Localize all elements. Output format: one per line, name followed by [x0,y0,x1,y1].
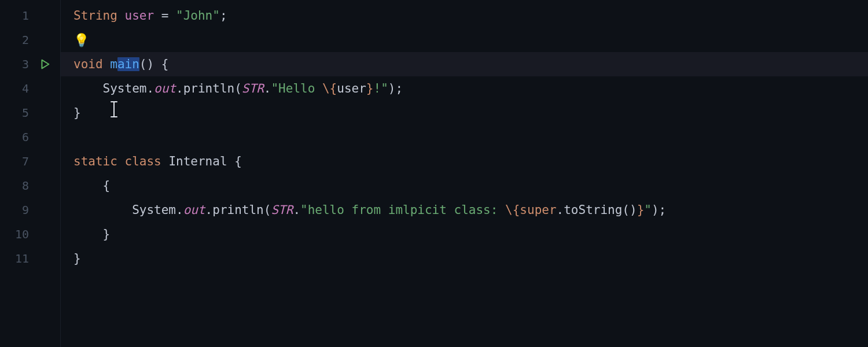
code-text: } [73,101,81,125]
code-line[interactable] [61,125,868,149]
line-number: 8 [0,179,29,193]
gutter: 1 2 3 4 5 6 [0,0,61,347]
code-text: String user = "John"; [73,3,227,28]
code-line[interactable]: 💡 [61,28,868,52]
code-line[interactable]: { [61,174,868,198]
lightbulb-icon[interactable]: 💡 [73,28,89,52]
gutter-row[interactable]: 4 [0,76,60,101]
code-line[interactable]: } [61,246,868,271]
code-text: } [73,246,81,271]
code-line[interactable]: } [61,222,868,246]
gutter-row[interactable]: 2 [0,28,60,52]
run-icon[interactable] [38,58,51,71]
gutter-row[interactable]: 8 [0,174,60,198]
code-text: { [73,174,110,198]
code-text: System.out.println(STR."Hello \{user}!")… [73,76,403,101]
code-line[interactable]: System.out.println(STR."Hello \{user}!")… [61,76,868,101]
code-text: System.out.println(STR."hello from imlpi… [73,198,666,222]
code-text: void m ain() { [73,52,168,76]
gutter-row[interactable]: 9 [0,198,60,222]
line-number: 9 [0,203,29,217]
code-line[interactable]: void m ain() { [61,52,868,76]
gutter-row[interactable]: 11 [0,246,60,271]
code-line[interactable]: String user = "John"; [61,3,868,28]
code-text: } [73,222,110,246]
line-number: 1 [0,9,29,23]
line-number: 11 [0,252,29,265]
gutter-row[interactable]: 1 [0,3,60,28]
code-line[interactable]: System.out.println(STR."hello from imlpi… [61,198,868,222]
code-text: static class Internal { [73,149,242,174]
line-number: 2 [0,33,29,47]
gutter-row[interactable]: 3 [0,52,60,76]
line-number: 7 [0,154,29,168]
gutter-row[interactable]: 6 [0,125,60,149]
code-line[interactable]: } [61,101,868,125]
code-line[interactable]: static class Internal { [61,149,868,174]
gutter-row[interactable]: 10 [0,222,60,246]
line-number: 3 [0,57,29,71]
line-number: 5 [0,106,29,120]
line-number: 10 [0,227,29,241]
code-editor[interactable]: 1 2 3 4 5 6 [0,0,868,347]
selection: ain [117,57,139,71]
code-area[interactable]: String user = "John"; 💡 void m ain() { S… [61,0,868,347]
line-number: 6 [0,130,29,144]
line-number: 4 [0,82,29,95]
gutter-row[interactable]: 7 [0,149,60,174]
gutter-row[interactable]: 5 [0,101,60,125]
